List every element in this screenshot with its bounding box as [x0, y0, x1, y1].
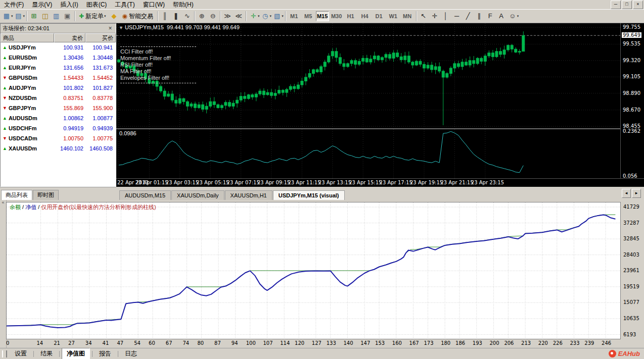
- tester-tab-1[interactable]: 设置: [10, 348, 31, 359]
- line-chart-icon[interactable]: ∿: [182, 11, 192, 21]
- table-row[interactable]: ▼GBPUSDm1.544331.54452: [1, 73, 116, 83]
- table-row[interactable]: ▼USDCADm1.007501.00775: [1, 133, 116, 143]
- restore-button[interactable]: □: [622, 1, 632, 9]
- auto-scroll-icon[interactable]: ≫: [222, 11, 233, 21]
- table-row[interactable]: ▲AUDUSDm1.008621.00877: [1, 113, 116, 123]
- bar-chart-icon[interactable]: ║: [160, 11, 170, 21]
- chart-dropdown-icon[interactable]: ▼: [119, 25, 123, 30]
- y-tick: 37287: [623, 220, 639, 226]
- trendline-icon[interactable]: ╱: [463, 11, 473, 21]
- symbol-name: USDJPYm: [9, 44, 36, 50]
- menu-item[interactable]: 工具(T): [111, 0, 139, 9]
- minimize-button[interactable]: ─: [611, 1, 621, 9]
- chart-tab[interactable]: AUDUSDm,M15: [119, 190, 171, 200]
- chart-shift-icon[interactable]: ≪: [234, 11, 244, 21]
- time-axis[interactable]: 22 Apr 201323 Apr 01:1523 Apr 03:1523 Ap…: [116, 178, 644, 187]
- horizontal-line-icon[interactable]: ─: [452, 11, 462, 21]
- timeframe-button-w1[interactable]: W1: [387, 11, 400, 21]
- navigator-icon[interactable]: ▥: [51, 11, 61, 21]
- close-button[interactable]: ×: [633, 1, 643, 9]
- ask-cell: 0.83778: [85, 95, 115, 101]
- menu-item[interactable]: 窗口(W): [139, 0, 169, 9]
- table-row[interactable]: ▲XAUUSDm1460.1021460.508: [1, 143, 116, 153]
- candlestick-icon[interactable]: ❚: [171, 11, 181, 21]
- time-tick: 23 Apr 23:15: [471, 180, 504, 185]
- channel-icon[interactable]: ∥: [474, 11, 484, 21]
- table-row[interactable]: ▲USDCHFm0.949190.94939: [1, 123, 116, 133]
- x-tick: 74: [182, 340, 189, 346]
- tab-scroll-left-icon[interactable]: ◂: [622, 189, 631, 198]
- price-scale[interactable]: 99.75599.64999.53599.32099.10598.89098.6…: [620, 23, 644, 179]
- timeframe-button-m15[interactable]: M15: [316, 11, 329, 21]
- price-tick: 99.105: [623, 74, 640, 79]
- zoom-out-icon[interactable]: ⊖: [208, 11, 218, 21]
- chart-tab[interactable]: XAUUSDm,H1: [225, 190, 272, 200]
- chart-tab[interactable]: USDJPYm,M15 (visual): [273, 190, 345, 200]
- expert-advisors-button[interactable]: ◉智能交易: [120, 11, 156, 22]
- menu-item[interactable]: 文件(F): [0, 0, 28, 9]
- timeframe-button-h1[interactable]: H1: [344, 11, 357, 21]
- tab-scroll-right-icon[interactable]: ▸: [632, 189, 641, 198]
- equity-chart[interactable]: [7, 202, 620, 339]
- zoom-in-icon[interactable]: ⊕: [197, 11, 207, 21]
- timeframe-button-mn[interactable]: MN: [401, 11, 414, 21]
- chart-window[interactable]: ▼USDJPYm,M15 99.441 99.703 99.441 99.649…: [116, 23, 644, 187]
- market-watch-tab[interactable]: 即时图: [33, 190, 59, 200]
- timeframe-button-h4[interactable]: H4: [358, 11, 372, 21]
- indicator-tick: 0.2362: [623, 128, 640, 134]
- market-watch-tab[interactable]: 商品列表: [1, 190, 32, 200]
- terminal-icon[interactable]: ▣: [62, 11, 72, 21]
- y-tick: 19519: [623, 284, 639, 289]
- timeframe-button-m30[interactable]: M30: [330, 11, 343, 21]
- table-row[interactable]: ▲AUDJPYm101.802101.827: [1, 83, 116, 93]
- table-row[interactable]: ▲USDJPYm100.931100.941: [1, 42, 116, 53]
- timeframe-button-m1[interactable]: M1: [288, 11, 301, 21]
- dropdown-arrow-icon: ▾: [270, 14, 272, 18]
- fibonacci-icon[interactable]: F: [485, 11, 495, 21]
- tester-tab-3[interactable]: 净值图: [62, 348, 90, 359]
- indicators-icon[interactable]: ✛: [248, 11, 258, 21]
- indicator-tick: 0.056: [623, 173, 637, 179]
- symbol-cell: ▲EURUSDm: [1, 55, 54, 61]
- table-row[interactable]: ▲EURJPYm131.656131.673: [1, 63, 116, 73]
- menu-item[interactable]: 帮助(H): [169, 0, 198, 9]
- data-window-icon[interactable]: ◫: [40, 11, 50, 21]
- table-row[interactable]: ▼GBPJPYm155.869155.900: [1, 103, 116, 113]
- chart-tab[interactable]: XAUUSDm,Daily: [171, 190, 224, 200]
- alerts-icon[interactable]: ◆: [109, 11, 119, 21]
- y-tick: 10635: [623, 316, 639, 321]
- tester-tab-5[interactable]: 日志: [120, 348, 142, 359]
- market-watch-close-icon[interactable]: ×: [107, 25, 114, 32]
- x-tick: 21: [54, 340, 60, 346]
- tester-tab-4[interactable]: 报告: [95, 348, 116, 359]
- profiles-icon[interactable]: ▤: [14, 11, 24, 21]
- column-header: 商品: [1, 33, 54, 42]
- table-row[interactable]: ▲EURUSDm1.304361.30448: [1, 53, 116, 63]
- column-header: 卖价: [54, 33, 85, 42]
- crosshair-icon[interactable]: ✛: [430, 11, 440, 21]
- vertical-line-icon[interactable]: │: [441, 11, 451, 21]
- y-tick: 32845: [623, 236, 639, 241]
- templates-icon[interactable]: ▧: [272, 11, 282, 21]
- equity-plot[interactable]: 余额 / 净值 / 仅用开盘价(以最快速的方法分析刚形成的柱线): [6, 202, 621, 339]
- text-icon[interactable]: A: [496, 11, 507, 21]
- indicator-chart[interactable]: [116, 129, 621, 179]
- periods-icon[interactable]: ◷: [260, 11, 270, 21]
- panel-grip[interactable]: [2, 350, 7, 357]
- arrow-up-icon: ▲: [3, 126, 7, 131]
- new-chart-icon[interactable]: ▦: [2, 11, 12, 21]
- cursor-icon[interactable]: ↖: [419, 11, 429, 21]
- x-tick: 147: [360, 340, 370, 346]
- menu-item[interactable]: 插入(I): [56, 0, 82, 9]
- menu-item[interactable]: 图表(C): [82, 0, 111, 9]
- symbol-name: AUDJPYm: [9, 85, 36, 91]
- table-row[interactable]: ▼NZDUSDm0.837510.83778: [1, 93, 116, 103]
- market-watch-icon[interactable]: ⊞: [29, 11, 39, 21]
- tester-tab-2[interactable]: 结果: [36, 348, 57, 359]
- bid-cell: 155.869: [54, 105, 85, 111]
- new-order-button[interactable]: ✚新定单▾: [76, 11, 109, 22]
- arrows-icon[interactable]: ☺: [508, 11, 518, 21]
- timeframe-button-d1[interactable]: D1: [373, 11, 386, 21]
- timeframe-button-m5[interactable]: M5: [302, 11, 315, 21]
- menu-item[interactable]: 显示(V): [28, 0, 56, 9]
